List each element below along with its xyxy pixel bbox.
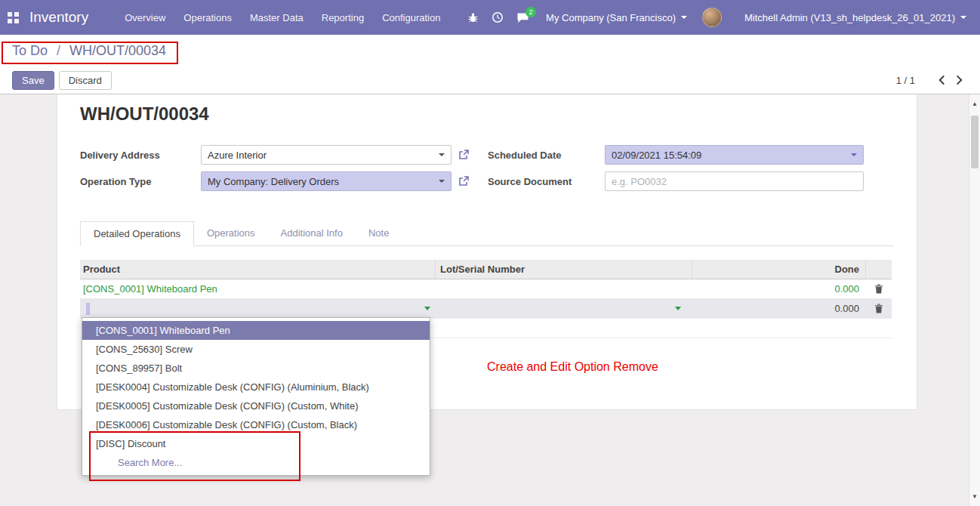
tab-additional-info[interactable]: Additional Info <box>268 221 356 245</box>
caret-down-icon <box>439 153 445 156</box>
breadcrumb-current: WH/OUT/00034 <box>69 43 166 58</box>
notebook-tabs: Detailed Operations Operations Additiona… <box>80 221 894 246</box>
form-fields: Delivery Address Azure Interior Schedule… <box>80 145 894 191</box>
operation-type-external-link-icon[interactable] <box>458 176 469 187</box>
breadcrumb-link-todo[interactable]: To Do <box>12 43 48 58</box>
dropdown-item[interactable]: [DISC] Discount <box>82 434 430 453</box>
lot-serial-input[interactable] <box>439 307 692 310</box>
breadcrumb-bar: To Do / WH/OUT/00034 <box>0 35 980 66</box>
delivery-address-field[interactable]: Azure Interior <box>201 145 451 165</box>
breadcrumb-separator: / <box>57 43 60 58</box>
tab-operations[interactable]: Operations <box>194 221 268 245</box>
pager: 1 / 1 <box>896 73 968 87</box>
text-cursor <box>86 303 90 315</box>
dropdown-item[interactable]: [DESK0005] Customizable Desk (CONFIG) (C… <box>82 396 430 415</box>
discard-button[interactable]: Discard <box>59 71 112 90</box>
pager-value: 1 / 1 <box>896 75 915 86</box>
scroll-up-icon[interactable]: ▲ <box>969 100 980 107</box>
source-document-label: Source Document <box>469 176 605 187</box>
table-row-editing[interactable]: 0.000 <box>80 299 892 319</box>
odoo-window: Inventory Overview Operations Master Dat… <box>0 0 980 506</box>
table-header: Product Lot/Serial Number Done <box>80 260 892 279</box>
done-value: 0.000 <box>692 283 865 295</box>
trash-icon <box>874 304 883 313</box>
operation-type-label: Operation Type <box>80 176 201 187</box>
trash-icon <box>874 284 883 294</box>
source-document-input[interactable] <box>605 171 864 191</box>
column-header-lot: Lot/Serial Number <box>435 260 692 279</box>
record-title: WH/OUT/00034 <box>80 103 894 125</box>
activity-clock-icon[interactable] <box>492 11 504 23</box>
chevron-left-icon <box>938 75 945 85</box>
nav-menu-overview[interactable]: Overview <box>116 0 174 35</box>
chevron-right-icon <box>956 75 963 85</box>
caret-down-icon <box>851 153 857 156</box>
scheduled-date-label: Scheduled Date <box>469 150 605 161</box>
nav-menu-master-data[interactable]: Master Data <box>241 0 313 35</box>
scheduled-date-field[interactable]: 02/09/2021 15:54:09 <box>605 145 864 165</box>
top-navbar: Inventory Overview Operations Master Dat… <box>0 0 980 35</box>
control-bar: Save Discard 1 / 1 <box>0 66 980 94</box>
delivery-address-external-link-icon[interactable] <box>458 150 469 160</box>
breadcrumb: To Do / WH/OUT/00034 <box>12 43 166 59</box>
chevron-down-icon <box>681 16 687 19</box>
dropdown-item[interactable]: [DESK0004] Customizable Desk (CONFIG) (A… <box>82 378 430 396</box>
dropdown-item[interactable]: [DESK0006] Customizable Desk (CONFIG) (C… <box>82 415 430 434</box>
main-menu: Overview Operations Master Data Reportin… <box>116 0 449 35</box>
product-input[interactable] <box>83 303 435 315</box>
bug-icon[interactable] <box>467 12 479 23</box>
save-button[interactable]: Save <box>12 71 54 90</box>
pager-previous-button[interactable] <box>933 73 951 87</box>
product-link[interactable]: [CONS_0001] Whiteboard Pen <box>83 283 217 295</box>
message-count-badge: 2 <box>525 7 536 17</box>
delivery-address-label: Delivery Address <box>80 150 201 161</box>
dropdown-item[interactable]: [CONS_25630] Screw <box>82 340 430 359</box>
caret-down-icon <box>439 180 445 183</box>
column-header-done: Done <box>692 260 865 279</box>
delete-row-button[interactable] <box>874 304 883 313</box>
product-autocomplete-dropdown: [CONS_0001] Whiteboard Pen [CONS_25630] … <box>82 317 430 476</box>
search-more-option[interactable]: Search More... <box>82 453 430 472</box>
done-value[interactable]: 0.000 <box>692 303 865 314</box>
user-avatar[interactable] <box>702 8 722 27</box>
nav-menu-configuration[interactable]: Configuration <box>373 0 449 35</box>
nav-menu-operations[interactable]: Operations <box>174 0 241 35</box>
operation-type-field[interactable]: My Company: Delivery Orders <box>201 171 451 191</box>
tab-detailed-operations[interactable]: Detailed Operations <box>80 221 194 246</box>
caret-down-icon[interactable] <box>424 307 430 310</box>
user-menu[interactable]: Mitchell Admin (V13_sh_helpdesk_26_01_20… <box>744 12 966 23</box>
column-header-actions <box>865 260 892 279</box>
vertical-scrollbar[interactable]: ▲ ▼ <box>969 94 980 506</box>
messages-icon[interactable]: 2 <box>516 12 529 23</box>
tab-note[interactable]: Note <box>356 221 402 245</box>
company-switcher[interactable]: My Company (San Francisco) <box>546 12 687 23</box>
annotation-note: Create and Edit Option Remove <box>487 360 658 374</box>
column-header-product: Product <box>80 264 435 275</box>
pager-next-button[interactable] <box>951 73 968 87</box>
delete-row-button[interactable] <box>874 284 883 294</box>
scroll-down-icon[interactable]: ▼ <box>969 493 980 500</box>
chevron-down-icon <box>960 16 966 19</box>
table-row[interactable]: [CONS_0001] Whiteboard Pen 0.000 <box>80 279 892 299</box>
dropdown-item[interactable]: [CONS_0001] Whiteboard Pen <box>82 321 430 340</box>
dropdown-item[interactable]: [CONS_89957] Bolt <box>82 359 430 378</box>
app-name[interactable]: Inventory <box>29 9 88 26</box>
nav-menu-reporting[interactable]: Reporting <box>313 0 373 35</box>
scrollbar-thumb[interactable] <box>971 116 978 168</box>
navbar-right: 2 My Company (San Francisco) Mitchell Ad… <box>455 8 966 27</box>
apps-grid-icon[interactable] <box>8 12 19 23</box>
caret-down-icon[interactable] <box>675 307 681 310</box>
